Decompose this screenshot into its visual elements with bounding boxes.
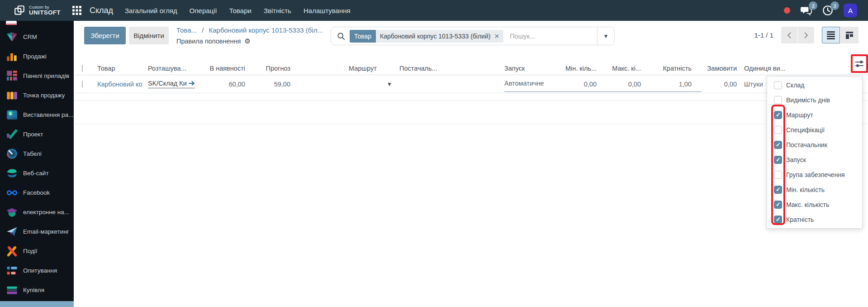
breadcrumb-parent-link[interactable]: Това...: [176, 26, 197, 34]
purchase-app-icon: [6, 284, 18, 296]
dropdown-item-trigger[interactable]: Запуск: [767, 152, 862, 167]
sidebar-item-sales[interactable]: Продажі: [0, 47, 74, 66]
unitsoft-logo[interactable]: Custom by UNITSOFT: [0, 5, 67, 16]
dropdown-item-procurement-group[interactable]: Група забезпечення: [767, 167, 862, 182]
pager-next-button[interactable]: [798, 27, 814, 43]
dropdown-item-vendor[interactable]: Постачальник: [767, 137, 862, 152]
sidebar-item-crm[interactable]: CRM: [0, 27, 74, 47]
sidebar-item-invoicing[interactable]: $ Виставлення ра...: [0, 105, 74, 125]
unitsoft-logo-icon: [14, 5, 25, 16]
optional-columns-toggle[interactable]: [853, 58, 866, 70]
menu-settings[interactable]: Налаштування: [304, 7, 351, 14]
pager-previous-button[interactable]: [781, 27, 797, 43]
vendor-checkbox[interactable]: [774, 141, 782, 149]
dropdown-item-visibility-days[interactable]: Видимість днів: [767, 92, 862, 107]
row-max-qty-field[interactable]: 0,00: [600, 81, 645, 88]
chevron-right-icon: [803, 32, 809, 38]
app-sidebar: CRM Продажі Панелі приладів Точка продаж…: [0, 21, 74, 307]
kanban-view-button[interactable]: [840, 27, 859, 43]
bom-checkbox[interactable]: [774, 126, 782, 134]
row-on-hand-value[interactable]: 60,00: [205, 81, 249, 88]
svg-text:$: $: [9, 111, 12, 116]
sidebar-active-item-partial[interactable]: [0, 301, 74, 307]
sidebar-item-pos[interactable]: Точка продажу: [0, 86, 74, 105]
timesheets-app-icon: [6, 148, 18, 160]
search-facet-label: Товар: [350, 30, 376, 43]
sidebar-item-timesheets[interactable]: Табелі: [0, 144, 74, 163]
column-header-max-qty[interactable]: Макс. кі...: [600, 65, 645, 72]
action-gear-icon[interactable]: ⚙: [244, 37, 250, 45]
messages-button[interactable]: 3: [800, 5, 812, 16]
current-app-menu[interactable]: Склад: [90, 6, 113, 15]
search-input[interactable]: Пошук...: [510, 33, 597, 40]
column-header-product[interactable]: Товар: [94, 65, 144, 72]
row-route-dropdown[interactable]: ▼: [345, 81, 396, 87]
sidebar-item-project[interactable]: Проект: [0, 125, 74, 144]
website-app-icon: [6, 167, 18, 179]
sidebar-item-purchase[interactable]: Купівля: [0, 280, 74, 300]
menu-products[interactable]: Товари: [229, 7, 251, 14]
sidebar-item-surveys[interactable]: Опитування: [0, 261, 74, 280]
dropdown-item-max-qty[interactable]: Макс. кількість: [767, 197, 862, 212]
sidebar-item-elearning[interactable]: електронне на...: [0, 202, 74, 222]
list-view-button[interactable]: [822, 27, 840, 43]
apps-grid-icon[interactable]: [71, 5, 82, 16]
sidebar-item-website[interactable]: Веб-сайт: [0, 163, 74, 183]
column-header-on-hand[interactable]: В наявності: [205, 65, 249, 72]
save-button[interactable]: Зберегти: [84, 27, 126, 44]
multiple-checkbox[interactable]: [774, 216, 782, 224]
menu-reporting[interactable]: Звітність: [264, 7, 291, 14]
warehouse-checkbox[interactable]: [774, 81, 782, 89]
internal-link-arrow-icon: [189, 81, 195, 86]
column-header-location[interactable]: Розташува...: [144, 65, 205, 72]
discard-button[interactable]: Відмінити: [129, 27, 169, 44]
column-header-route[interactable]: Маршрут: [345, 65, 396, 72]
breadcrumb-current-link[interactable]: Карбоновий корпус 1013-5333 (біл...: [209, 26, 323, 34]
select-all-checkbox[interactable]: [82, 65, 83, 72]
search-bar[interactable]: Товар Карбоновий корпус 1013-5333 (білий…: [331, 27, 615, 45]
edit-field-underline: [504, 91, 702, 92]
column-header-multiple[interactable]: Кратність: [645, 65, 695, 72]
dropdown-item-route[interactable]: Маршрут: [767, 107, 862, 122]
menu-operations[interactable]: Операції: [190, 7, 217, 14]
row-to-order-value[interactable]: 0,00: [695, 81, 740, 88]
facet-remove-icon[interactable]: ✕: [494, 33, 499, 40]
dropdown-item-warehouse[interactable]: Склад: [767, 77, 862, 92]
activities-button[interactable]: 3: [822, 5, 834, 16]
sidebar-item-dashboards[interactable]: Панелі приладів: [0, 66, 74, 86]
column-header-forecast[interactable]: Прогноз: [249, 65, 294, 72]
visibility-days-checkbox[interactable]: [774, 96, 782, 104]
dropdown-item-min-qty[interactable]: Мін. кількість: [767, 182, 862, 197]
column-header-vendor[interactable]: Постачаль...: [396, 65, 501, 72]
sidebar-item-facebook[interactable]: Facebook: [0, 183, 74, 202]
search-dropdown-toggle[interactable]: ▼: [597, 27, 614, 45]
column-visibility-dropdown: Склад Видимість днів Маршрут Специфікаці…: [767, 76, 863, 229]
column-header-trigger[interactable]: Запуск: [501, 65, 556, 72]
row-product-link[interactable]: Карбоновий ко: [97, 81, 142, 88]
row-location-field[interactable]: SK/Склад Ки: [148, 80, 195, 88]
logo-brand: UNITSOFT: [29, 10, 61, 16]
breadcrumb: Това... / Карбоновий корпус 1013-5333 (б…: [176, 26, 323, 34]
row-multiple-field[interactable]: 1,00: [645, 81, 695, 88]
procurement-group-checkbox[interactable]: [774, 171, 782, 179]
column-header-min-qty[interactable]: Мін. кіль...: [556, 65, 600, 72]
min-qty-checkbox[interactable]: [774, 186, 782, 194]
row-forecast-value[interactable]: 59,00: [249, 81, 294, 88]
sidebar-item-email-marketing[interactable]: Email-маркетинг: [0, 222, 74, 241]
dropdown-item-multiple[interactable]: Кратність: [767, 212, 862, 227]
partial-app-icon: [6, 21, 18, 25]
events-app-icon: [6, 245, 18, 257]
route-checkbox[interactable]: [774, 111, 782, 119]
menu-overview[interactable]: Загальний огляд: [125, 7, 177, 14]
column-header-uom[interactable]: Одиниця ви...: [740, 65, 799, 72]
dropdown-item-bom[interactable]: Специфікації: [767, 122, 862, 137]
column-header-to-order[interactable]: Замовити: [695, 65, 740, 72]
row-trigger-field[interactable]: Автоматичне: [501, 80, 556, 88]
row-checkbox[interactable]: [82, 81, 83, 88]
user-avatar[interactable]: A: [844, 4, 857, 17]
row-min-qty-field[interactable]: 0,00: [556, 81, 600, 88]
max-qty-checkbox[interactable]: [774, 201, 782, 209]
control-panel: Зберегти Відмінити Това... / Карбоновий …: [74, 21, 868, 62]
trigger-checkbox[interactable]: [774, 156, 782, 164]
sidebar-item-events[interactable]: Події: [0, 241, 74, 261]
